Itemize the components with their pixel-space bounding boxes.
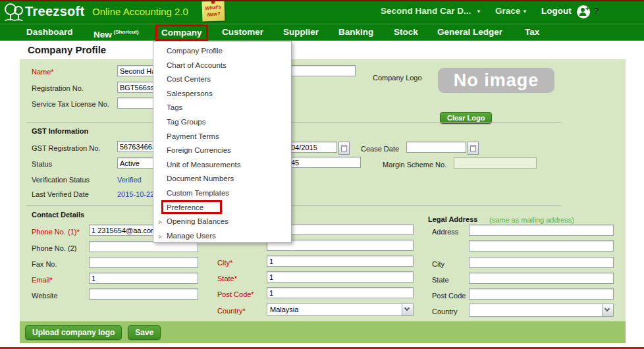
gst-effective-date-input[interactable] xyxy=(288,142,337,153)
menu-item-tags[interactable]: Tags xyxy=(153,101,291,115)
logout-button[interactable]: Logout xyxy=(541,6,572,16)
last-verified-date-value: 2015-10-22 xyxy=(117,190,154,198)
legal-address-label: Address xyxy=(432,228,458,236)
phone2-label: Phone No. (2) xyxy=(32,244,76,252)
menu-item-manage-users[interactable]: ▹ Manage Users xyxy=(153,229,291,244)
cease-date-label: Cease Date xyxy=(361,145,399,153)
treezsoft-logo-icon xyxy=(3,2,24,25)
effective-date-calendar-button[interactable] xyxy=(338,142,350,155)
nav-new-shortcut: (Shortcut) xyxy=(113,29,138,35)
margin-scheme-label: Margin Scheme No. xyxy=(383,161,446,169)
legal-state-label: State xyxy=(432,276,449,284)
expand-arrow-icon: ▹ xyxy=(159,215,162,229)
menu-item-company-profile[interactable]: Company Profile xyxy=(153,44,291,59)
legal-postcode-label: Post Code xyxy=(432,292,466,300)
whats-new-badge[interactable]: What's New? xyxy=(201,1,225,21)
verification-status-value: Verified xyxy=(117,176,142,184)
mailing-city-label: City* xyxy=(217,259,232,267)
legal-address2-input[interactable] xyxy=(469,240,614,252)
company-selector[interactable]: Second Hand Car D... xyxy=(381,6,471,16)
chevron-down-icon[interactable]: ▼ xyxy=(476,9,481,14)
nav-banking[interactable]: Banking xyxy=(338,24,373,40)
mailing-country-value: Malaysia xyxy=(267,304,413,315)
main-nav: Dashboard New (Shortcut) Company Custome… xyxy=(0,24,644,41)
website-label: Website xyxy=(32,292,58,300)
gst-registration-no-label: GST Registration No. xyxy=(32,144,100,152)
calendar-icon xyxy=(341,145,347,151)
email-label: Email* xyxy=(32,276,53,284)
company-profile-panel: Name* Registration No. Service Tax Licen… xyxy=(20,59,626,343)
user-menu[interactable]: Grace xyxy=(495,6,520,16)
window-top-edge xyxy=(0,0,644,1)
nav-general-ledger[interactable]: General Ledger xyxy=(437,24,502,40)
menu-item-salespersons[interactable]: Salespersons xyxy=(153,87,291,101)
menu-item-opening-balances[interactable]: ▹ Opening Balances xyxy=(153,215,291,229)
menu-item-unit-of-measurements[interactable]: Unit of Measurements xyxy=(153,158,291,173)
help-icon[interactable]: ? xyxy=(593,5,599,16)
legal-country-label: Country xyxy=(432,308,458,315)
menu-item-cost-centers[interactable]: Cost Centers xyxy=(153,72,291,87)
expand-arrow-icon: ▹ xyxy=(159,229,162,244)
section-divider xyxy=(26,205,561,206)
company-logo-placeholder: No image xyxy=(438,68,554,93)
highlight-box xyxy=(161,200,222,214)
menu-item-chart-of-accounts[interactable]: Chart of Accounts xyxy=(153,59,291,73)
email-input[interactable] xyxy=(89,273,198,284)
chevron-down-icon[interactable] xyxy=(402,304,413,315)
menu-item-custom-templates[interactable]: Custom Templates xyxy=(153,186,291,201)
legal-country-value xyxy=(470,304,613,308)
menu-item-tag-groups[interactable]: Tag Groups xyxy=(153,115,291,130)
chevron-down-icon[interactable] xyxy=(602,304,613,316)
legal-state-input[interactable] xyxy=(469,273,614,284)
app-header: Treezsoft Online Accounting 2.0 What's N… xyxy=(0,0,644,24)
mailing-state-input[interactable] xyxy=(267,271,414,282)
nav-dashboard[interactable]: Dashboard xyxy=(26,24,73,40)
legal-postcode-input[interactable] xyxy=(469,288,614,300)
mailing-postcode-input[interactable] xyxy=(267,287,414,298)
mailing-state-label: State* xyxy=(217,275,237,282)
menu-item-document-numbers[interactable]: Document Numbers xyxy=(153,172,291,186)
nav-new[interactable]: New (Shortcut) xyxy=(94,24,139,43)
mailing-country-select[interactable]: Malaysia xyxy=(267,303,414,316)
contact-section-title: Contact Details xyxy=(32,211,84,219)
gst-status-label: Status xyxy=(32,160,52,168)
form-footer: Upload company logo Save xyxy=(20,321,626,343)
legal-city-input[interactable] xyxy=(469,257,614,268)
nav-tax[interactable]: Tax xyxy=(525,24,539,40)
mailing-city-input[interactable] xyxy=(267,255,414,267)
menu-item-preference[interactable]: Preference xyxy=(153,201,291,215)
same-as-mailing-link[interactable]: (same as mailing address) xyxy=(489,216,574,224)
mailing-postcode-label: Post Code* xyxy=(217,290,254,298)
mailing-country-label: Country* xyxy=(217,307,246,315)
service-tax-license-label: Service Tax License No. xyxy=(32,100,109,108)
cease-date-calendar-button[interactable] xyxy=(468,142,479,155)
brand-name: Treezsoft xyxy=(25,4,85,19)
legal-section-title: Legal Address xyxy=(428,215,477,223)
name-label: Name* xyxy=(32,68,54,76)
gst-extra-input[interactable] xyxy=(288,157,361,168)
product-name: Online Accounting 2.0 xyxy=(92,6,188,17)
menu-item-payment-terms[interactable]: Payment Terms xyxy=(153,130,291,144)
website-input[interactable] xyxy=(89,288,198,300)
nav-supplier[interactable]: Supplier xyxy=(283,24,319,40)
upload-logo-button[interactable]: Upload company logo xyxy=(25,325,122,340)
invite-user-icon[interactable] xyxy=(576,5,591,22)
menu-item-foreign-currencies[interactable]: Foreign Currencies xyxy=(153,144,291,158)
whats-new-label: What's New? xyxy=(201,0,225,18)
chevron-down-icon[interactable]: ▼ xyxy=(522,9,527,14)
page-title: Company Profile xyxy=(28,44,106,55)
fax-label: Fax No. xyxy=(32,260,57,268)
cease-date-input[interactable] xyxy=(406,142,466,153)
nav-customer[interactable]: Customer xyxy=(222,24,263,40)
nav-stock[interactable]: Stock xyxy=(394,24,418,40)
fax-input[interactable] xyxy=(89,257,198,268)
nav-company[interactable]: Company xyxy=(155,24,208,41)
calendar-icon xyxy=(470,145,476,151)
legal-address1-input[interactable] xyxy=(469,225,614,236)
legal-country-select[interactable] xyxy=(469,304,614,317)
phone1-label: Phone No. (1)* xyxy=(32,228,80,236)
gst-section-title: GST Information xyxy=(32,127,88,135)
save-button[interactable]: Save xyxy=(128,325,161,340)
last-verified-date-label: Last Verified Date xyxy=(32,190,89,198)
legal-city-label: City xyxy=(432,260,444,268)
